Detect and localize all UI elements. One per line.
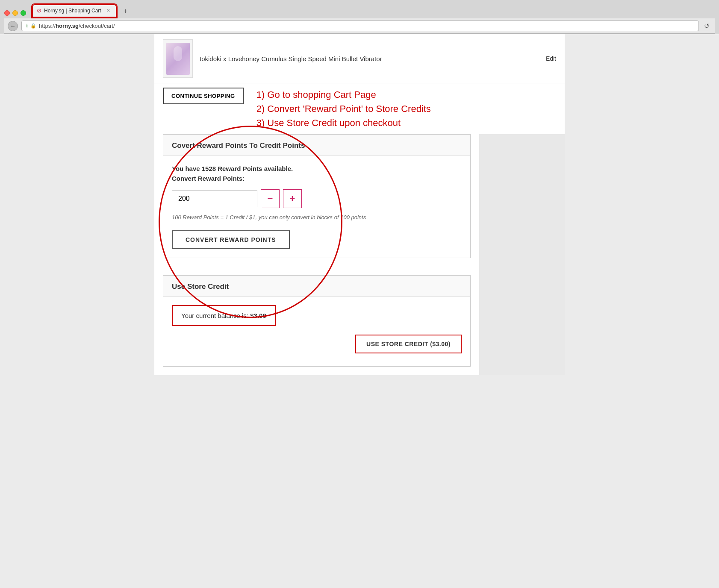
reward-info-text: You have 1528 Reward Points available. C… — [172, 164, 462, 183]
edit-link[interactable]: Edit — [546, 55, 556, 62]
store-credit-section: Use Store Credit Your current balance is… — [163, 275, 471, 367]
reward-section-header: Covert Reward Points To Credit Points — [163, 135, 470, 156]
reload-button[interactable]: ↺ — [702, 22, 711, 30]
secure-icon: 🔒 — [30, 23, 36, 29]
annotation-text: 1) Go to shopping Cart Page 2) Convert '… — [256, 88, 431, 130]
traffic-light-yellow[interactable] — [12, 10, 18, 16]
balance-amount: $3.00 — [250, 312, 266, 319]
url-domain: horny.sg — [56, 23, 79, 29]
sidebar-column — [479, 134, 565, 375]
back-button[interactable]: ← — [8, 21, 18, 31]
points-input-row: − + — [172, 189, 462, 208]
page-content: tokidoki x Lovehoney Cumulus Single Spee… — [154, 34, 565, 375]
annotation-area: CONTINUE SHOPPING 1) Go to shopping Cart… — [154, 83, 565, 134]
minus-icon: − — [268, 193, 273, 204]
browser-chrome: ⊘ Horny.sg | Shopping Cart ✕ + ← ℹ 🔒 htt… — [0, 0, 719, 34]
new-tab-button[interactable]: + — [119, 5, 132, 18]
tab-close-icon[interactable]: ✕ — [106, 8, 110, 13]
annotation-step3: 3) Use Store Credit upon checkout — [256, 116, 431, 130]
plus-icon: + — [290, 193, 295, 204]
product-name: tokidoki x Lovehoney Cumulus Single Spee… — [200, 55, 539, 62]
continue-shopping-button[interactable]: CONTINUE SHOPPING — [163, 88, 244, 104]
points-input[interactable] — [172, 190, 257, 207]
product-image — [166, 43, 190, 75]
balance-label: Your current balance is: — [181, 312, 248, 319]
use-credit-row: USE STORE CREDIT ($3.00) — [172, 335, 462, 358]
reward-section-wrapper: Covert Reward Points To Credit Points Yo… — [154, 134, 479, 275]
active-tab[interactable]: ⊘ Horny.sg | Shopping Cart ✕ — [32, 4, 117, 18]
main-column: Covert Reward Points To Credit Points Yo… — [154, 134, 479, 375]
product-thumbnail — [163, 39, 193, 78]
store-credit-body: Your current balance is: $3.00 USE STORE… — [163, 297, 470, 366]
points-note: 100 Reward Points = 1 Credit / $1, you c… — [172, 213, 462, 222]
annotation-step2: 2) Convert 'Reward Point' to Store Credi… — [256, 102, 431, 116]
address-bar[interactable]: ℹ 🔒 https://horny.sg/checkout/cart/ — [21, 21, 699, 31]
tab-favicon-icon: ⊘ — [37, 7, 41, 14]
traffic-light-red[interactable] — [4, 10, 10, 16]
balance-box: Your current balance is: $3.00 — [172, 305, 276, 326]
reward-points-section: Covert Reward Points To Credit Points Yo… — [163, 134, 471, 258]
convert-reward-points-button[interactable]: CONVERT REWARD POINTS — [172, 230, 290, 249]
decrease-points-button[interactable]: − — [261, 189, 280, 208]
traffic-lights — [4, 10, 26, 18]
product-row: tokidoki x Lovehoney Cumulus Single Spee… — [154, 34, 565, 83]
reward-section-body: You have 1528 Reward Points available. C… — [163, 156, 470, 258]
store-credit-header: Use Store Credit — [163, 276, 470, 297]
address-bar-row: ← ℹ 🔒 https://horny.sg/checkout/cart/ ↺ — [4, 18, 715, 34]
increase-points-button[interactable]: + — [283, 189, 302, 208]
info-icon: ℹ — [26, 23, 28, 29]
main-layout: Covert Reward Points To Credit Points Yo… — [154, 134, 565, 375]
traffic-light-green[interactable] — [21, 10, 26, 16]
url-display: https://horny.sg/checkout/cart/ — [39, 23, 115, 29]
tab-title: Horny.sg | Shopping Cart — [44, 8, 101, 14]
use-store-credit-button[interactable]: USE STORE CREDIT ($3.00) — [355, 335, 462, 353]
url-path: /checkout/cart/ — [79, 23, 115, 29]
tab-bar: ⊘ Horny.sg | Shopping Cart ✕ + — [4, 3, 715, 18]
reward-info-line2: Convert Reward Points: — [172, 175, 245, 182]
url-protocol: https:// — [39, 23, 56, 29]
reward-info-line1: You have 1528 Reward Points available. — [172, 165, 293, 172]
annotation-step1: 1) Go to shopping Cart Page — [256, 88, 431, 102]
